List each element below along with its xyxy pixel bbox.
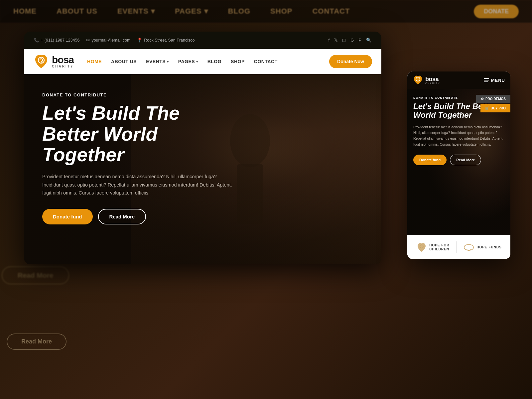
hero-description: Provident tenetur metus aenean nemo dict… bbox=[42, 173, 238, 197]
svg-point-8 bbox=[464, 244, 473, 250]
phone-footer: HOPE FOR CHILDREN HOPE FUNDS bbox=[407, 235, 510, 259]
partner-divider bbox=[456, 241, 457, 253]
email-info: ✉ yourmail@email.com bbox=[86, 38, 130, 43]
email-icon: ✉ bbox=[86, 38, 90, 43]
events-arrow: ▾ bbox=[167, 60, 169, 64]
donate-now-button[interactable]: Donate Now bbox=[329, 55, 372, 68]
nav-shop[interactable]: SHOP bbox=[231, 59, 245, 64]
buy-pro-label: BUY PRO bbox=[491, 106, 506, 110]
blurred-nav-about: ABOUT US bbox=[57, 7, 97, 16]
blurred-nav-shop: SHOP bbox=[270, 7, 292, 16]
hero-section: DONATE TO CONTRIBUTE Let's Build The Bet… bbox=[24, 74, 381, 264]
menu-label: MENU bbox=[491, 78, 505, 83]
hope-children-icon bbox=[416, 242, 427, 253]
blurred-nav-links: HOME ABOUT US EVENTS ▾ PAGES ▾ BLOG SHOP… bbox=[13, 7, 350, 16]
hero-content: DONATE TO CONTRIBUTE Let's Build The Bet… bbox=[24, 74, 257, 243]
nav-home[interactable]: HOME bbox=[87, 59, 102, 64]
phone-logo-area: bosa CHARITY bbox=[413, 75, 440, 85]
address-info: 📍 Rock Street, San Francisco bbox=[137, 38, 195, 43]
nav-pages[interactable]: PAGES ▾ bbox=[178, 59, 198, 64]
pro-demos-badge[interactable]: ⚙ PRO DEMOS bbox=[476, 95, 510, 103]
phone-logo-text: bosa CHARITY bbox=[425, 76, 440, 84]
bottom-read-more: Read More bbox=[7, 333, 66, 350]
phone-hero-buttons: Donate fund Read More bbox=[413, 155, 504, 165]
phone-mockup: bosa CHARITY MENU bbox=[407, 71, 510, 259]
phone-header: bosa CHARITY MENU bbox=[407, 71, 510, 89]
phone-donate-button[interactable]: Donate fund bbox=[413, 155, 447, 165]
pinterest-icon[interactable]: P bbox=[358, 38, 361, 43]
search-icon[interactable]: 🔍 bbox=[366, 38, 371, 43]
phone-hero-description: Provident tenetur metus aenean nemo dict… bbox=[413, 124, 504, 147]
instagram-icon[interactable]: ◻ bbox=[342, 38, 346, 43]
logo-name: bosa bbox=[52, 55, 74, 65]
hope-funds-icon bbox=[463, 242, 474, 253]
phone-read-more-button[interactable]: Read More bbox=[450, 155, 481, 165]
facebook-icon[interactable]: f bbox=[329, 38, 330, 43]
phone-menu[interactable]: MENU bbox=[484, 78, 505, 83]
nav-blog[interactable]: BLOG bbox=[207, 59, 221, 64]
logo-area: bosa CHARITY bbox=[33, 54, 74, 69]
hero-buttons: Donate fund Read More bbox=[42, 209, 238, 224]
logo-sub: CHARITY bbox=[52, 65, 74, 68]
hope-children-text: HOPE FOR CHILDREN bbox=[429, 243, 449, 251]
nav-contact[interactable]: CONTACT bbox=[254, 59, 278, 64]
address-text: Rock Street, San Francisco bbox=[144, 38, 195, 43]
phone-hero: ⚙ PRO DEMOS 🛒 BUY PRO DONATE TO CONTRIBU… bbox=[407, 89, 510, 235]
svg-point-1 bbox=[41, 62, 42, 63]
hero-tag: DONATE TO CONTRIBUTE bbox=[42, 92, 238, 97]
nav-links: HOME ABOUT US EVENTS ▾ PAGES ▾ BLOG SHOP… bbox=[87, 59, 329, 64]
blurred-nav-home: HOME bbox=[13, 7, 37, 16]
browser-window: 📞 + (911) 1987 123456 ✉ yourmail@email.c… bbox=[24, 32, 381, 264]
pages-arrow: ▾ bbox=[196, 60, 198, 64]
bg-read-more-button: Read More bbox=[2, 266, 69, 284]
email-address: yourmail@email.com bbox=[91, 38, 130, 43]
hope-funds-logo: HOPE FUNDS bbox=[463, 242, 502, 253]
logo-icon bbox=[33, 54, 49, 69]
hope-children-line2: CHILDREN bbox=[429, 247, 449, 251]
gear-icon: ⚙ bbox=[481, 97, 484, 101]
buy-pro-badge[interactable]: 🛒 BUY PRO bbox=[480, 104, 510, 112]
phone-info: 📞 + (911) 1987 123456 bbox=[34, 38, 79, 43]
blurred-nav-contact: CONTACT bbox=[312, 7, 350, 16]
blurred-nav-events: EVENTS ▾ bbox=[117, 7, 155, 16]
hope-for-children-logo: HOPE FOR CHILDREN bbox=[416, 242, 449, 253]
contact-info-group: 📞 + (911) 1987 123456 ✉ yourmail@email.c… bbox=[34, 38, 195, 43]
phone-logo-name: bosa bbox=[425, 76, 440, 82]
twitter-icon[interactable]: 𝕏 bbox=[334, 38, 337, 43]
blurred-nav-pages: PAGES ▾ bbox=[175, 7, 208, 16]
phone-logo-sub: CHARITY bbox=[425, 82, 440, 84]
google-icon[interactable]: G bbox=[350, 38, 354, 43]
location-icon: 📍 bbox=[137, 38, 142, 43]
nav-events[interactable]: EVENTS ▾ bbox=[146, 59, 169, 64]
phone-logo-icon bbox=[413, 75, 423, 85]
hope-funds-text: HOPE FUNDS bbox=[476, 245, 502, 249]
blurred-top-nav: HOME ABOUT US EVENTS ▾ PAGES ▾ BLOG SHOP… bbox=[0, 0, 532, 23]
hope-children-line1: HOPE FOR bbox=[429, 243, 449, 247]
cart-icon: 🛒 bbox=[485, 106, 489, 110]
contact-bar: 📞 + (911) 1987 123456 ✉ yourmail@email.c… bbox=[24, 32, 381, 49]
donate-fund-button[interactable]: Donate fund bbox=[42, 209, 93, 224]
hamburger-icon bbox=[484, 78, 489, 82]
read-more-button[interactable]: Read More bbox=[98, 209, 146, 224]
blurred-donate-button: DONATE bbox=[474, 5, 519, 18]
nav-about[interactable]: ABOUT US bbox=[111, 59, 137, 64]
phone-icon: 📞 bbox=[34, 38, 39, 43]
hero-title: Let's Build The Better World Together bbox=[42, 103, 238, 165]
pro-demos-label: PRO DEMOS bbox=[485, 97, 506, 101]
hope-funds-label: HOPE FUNDS bbox=[476, 245, 502, 249]
blurred-nav-blog: BLOG bbox=[228, 7, 251, 16]
logo-text: bosa CHARITY bbox=[52, 55, 74, 68]
main-navigation: bosa CHARITY HOME ABOUT US EVENTS ▾ PAGE… bbox=[24, 49, 381, 74]
social-icons-group: f 𝕏 ◻ G P 🔍 bbox=[329, 38, 371, 43]
phone-number: + (911) 1987 123456 bbox=[41, 38, 79, 43]
